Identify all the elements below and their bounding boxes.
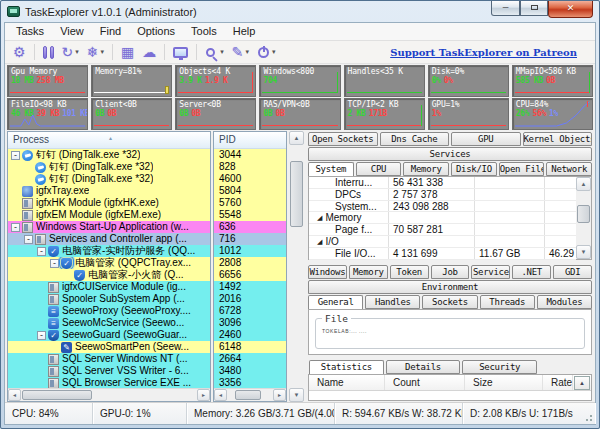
- menu-help[interactable]: Help: [225, 23, 264, 40]
- pid-cell[interactable]: 4600: [214, 173, 286, 185]
- system-table-row[interactable]: System...243 098 288: [309, 201, 576, 213]
- tree-expander-icon[interactable]: -: [37, 247, 46, 256]
- chevron-down-icon[interactable]: ▾: [101, 48, 105, 56]
- vscroll-thumb[interactable]: [290, 161, 303, 227]
- menu-tasks[interactable]: Tasks: [8, 23, 52, 40]
- system-table-vscrollbar[interactable]: ▲ ▼: [576, 177, 591, 259]
- pid-cell[interactable]: 3356: [214, 377, 286, 388]
- process-row[interactable]: -Windows Start-Up Application (w...: [8, 221, 210, 233]
- tab-threads[interactable]: Threads: [480, 295, 535, 309]
- search-button[interactable]: ▾: [202, 45, 227, 60]
- process-row[interactable]: -Services and Controller app (...: [8, 233, 210, 245]
- chevron-down-icon[interactable]: ▾: [75, 48, 79, 56]
- patreon-link[interactable]: Support TaskExplorer on Patreon: [390, 47, 577, 58]
- tab-dns-cache[interactable]: Dns Cache: [380, 132, 450, 146]
- tab-token[interactable]: Token: [390, 265, 429, 279]
- tab-statistics[interactable]: Statistics: [309, 360, 384, 375]
- hscroll-track[interactable]: [227, 389, 273, 401]
- menu-find[interactable]: Find: [92, 23, 129, 40]
- graph-cpu-84[interactable]: CPU=84%26%56%1%: [512, 98, 593, 130]
- pid-cell[interactable]: 6728: [214, 305, 286, 317]
- process-row[interactable]: ✎SeewoSmartPen (Seew...: [8, 341, 210, 353]
- cloud-button[interactable]: ☁: [139, 42, 159, 62]
- tab-disk-io[interactable]: Disk/IO: [451, 162, 497, 176]
- scroll-down-icon[interactable]: ▼: [576, 245, 591, 259]
- monitor-button[interactable]: [170, 46, 191, 59]
- tree-expander-icon[interactable]: -: [11, 151, 20, 160]
- menu-options[interactable]: Options: [129, 23, 183, 40]
- power-button[interactable]: ▾: [254, 45, 279, 60]
- graph-handles-35-k[interactable]: Handles<35 K: [344, 65, 425, 97]
- expanded-arrow-icon[interactable]: ◢: [317, 212, 322, 223]
- pid-cell[interactable]: 1492: [214, 281, 286, 293]
- scroll-right-icon[interactable]: ▸: [273, 389, 286, 401]
- process-column-header[interactable]: Process ▴: [8, 132, 210, 149]
- tab-memory[interactable]: Memory: [349, 265, 388, 279]
- sort-button[interactable]: ▲: [574, 376, 590, 390]
- pid-cell[interactable]: 3480: [214, 365, 286, 377]
- freeze-button[interactable]: ❄▾: [84, 42, 107, 62]
- process-row[interactable]: igfxEM Module (igfxEM.exe): [8, 209, 210, 221]
- graph-memory-81[interactable]: Memory=81%: [91, 65, 172, 97]
- process-row[interactable]: 钉钉 (DingTalk.exe *32): [8, 173, 210, 185]
- process-row[interactable]: SQL Browser Service EXE ...: [8, 377, 210, 388]
- minimize-button[interactable]: ─: [491, 1, 520, 16]
- graph-ras-vpn-0b[interactable]: RAS/VPN<0B0B0B: [259, 98, 340, 130]
- process-row[interactable]: 钉钉 (DingTalk.exe *32): [8, 161, 210, 173]
- title-bar[interactable]: TaskExplorer v1.0.1 (Administrator) ─ ✕: [1, 1, 599, 22]
- graph-gpu-1[interactable]: GPU=1%1%: [428, 98, 509, 130]
- tree-expander-icon[interactable]: -: [50, 259, 59, 268]
- graph-gpu-memory[interactable]: Gpu Memory18 MB258 MB: [7, 65, 88, 97]
- pid-cell[interactable]: 1012: [214, 245, 286, 257]
- tab-services[interactable]: Services: [308, 147, 592, 161]
- close-button[interactable]: ✕: [548, 1, 593, 18]
- tab-details[interactable]: Details: [386, 360, 461, 374]
- graph-windows-800[interactable]: Windows<800704: [259, 65, 340, 97]
- vscroll-track[interactable]: [289, 145, 304, 388]
- chevron-down-icon[interactable]: ▾: [220, 48, 224, 56]
- process-row[interactable]: igfxCUIService Module (ig...: [8, 281, 210, 293]
- tab-open-files[interactable]: Open Files: [499, 162, 545, 176]
- tab-service[interactable]: Service: [471, 265, 510, 279]
- stat-column-name[interactable]: Name: [309, 375, 385, 390]
- pid-cell[interactable]: 2016: [214, 293, 286, 305]
- settings-button[interactable]: ⚙: [10, 42, 29, 62]
- refresh-button[interactable]: ↻▾: [59, 42, 82, 62]
- menu-tools[interactable]: Tools: [183, 23, 225, 40]
- vscroll-thumb[interactable]: [577, 205, 590, 223]
- process-hscrollbar[interactable]: ◂ ▸: [8, 388, 210, 401]
- process-row[interactable]: ✓电脑管家-小火箭 (Q...: [8, 269, 210, 281]
- tab-net[interactable]: .NET: [512, 265, 551, 279]
- tree-expander-icon[interactable]: -: [11, 223, 20, 232]
- pid-cell[interactable]: 2664: [214, 353, 286, 365]
- pid-cell[interactable]: 5804: [214, 185, 286, 197]
- process-row[interactable]: igfxTray.exe: [8, 185, 210, 197]
- pid-hscrollbar[interactable]: ◂ ▸: [214, 388, 286, 401]
- stat-column-count[interactable]: Count: [385, 375, 465, 390]
- cleanup-button[interactable]: ✎▾: [229, 42, 252, 62]
- process-row[interactable]: -✓SeewoGuard (SeewoGuar...: [8, 329, 210, 341]
- scroll-up-icon[interactable]: ▲: [289, 131, 304, 145]
- graph-fileio-98-kb[interactable]: FileIO<98 KB46 KB39 KB101 KB: [7, 98, 88, 130]
- tab-memory[interactable]: Memory: [403, 162, 449, 176]
- system-group-row[interactable]: ◢I/O: [309, 236, 576, 248]
- tab-network[interactable]: Network: [546, 162, 592, 176]
- hscroll-thumb[interactable]: [22, 390, 92, 400]
- tab-windows[interactable]: Windows: [308, 265, 347, 279]
- menu-view[interactable]: View: [52, 23, 92, 40]
- scroll-right-icon[interactable]: ▸: [197, 389, 210, 401]
- scroll-left-icon[interactable]: ◂: [214, 389, 227, 401]
- scroll-left-icon[interactable]: ◂: [8, 389, 21, 401]
- pid-cell[interactable]: 2808: [214, 257, 286, 269]
- tree-expander-icon[interactable]: -: [24, 235, 33, 244]
- pid-cell[interactable]: 5760: [214, 197, 286, 209]
- graph-client-0b[interactable]: Client<0B0B0B: [91, 98, 172, 130]
- stat-column-rate[interactable]: Rate: [543, 375, 573, 390]
- system-table-row[interactable]: DPCs2 757 378: [309, 189, 576, 201]
- tree-expander-icon[interactable]: -: [37, 331, 46, 340]
- pid-column-header[interactable]: PID: [214, 132, 286, 149]
- pid-cell[interactable]: 3044: [214, 149, 286, 161]
- tab-gpu[interactable]: GPU: [451, 132, 521, 146]
- pid-cell[interactable]: 5548: [214, 209, 286, 221]
- pid-cell[interactable]: 716: [214, 233, 286, 245]
